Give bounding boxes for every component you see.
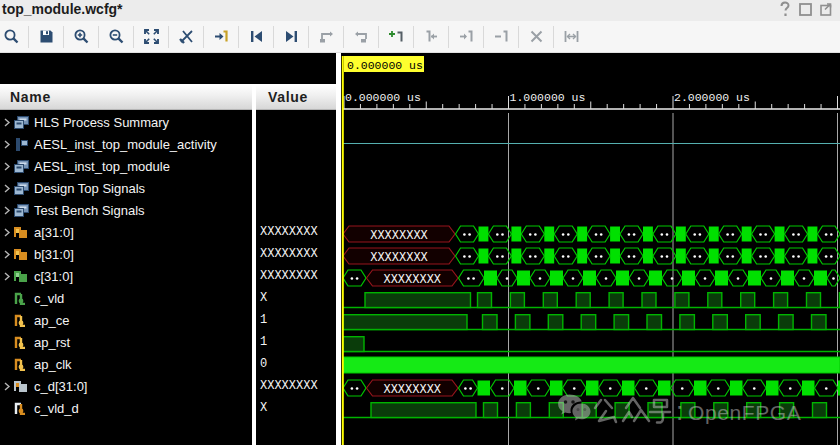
svg-text:XXXXXXXX: XXXXXXXX bbox=[383, 273, 441, 287]
svg-text:2.000000 us: 2.000000 us bbox=[674, 91, 750, 104]
svg-text:XXXXXXXX: XXXXXXXX bbox=[370, 229, 428, 243]
svg-text:XXXXXXXX: XXXXXXXX bbox=[370, 251, 428, 265]
svg-text::: : bbox=[676, 396, 683, 426]
svg-text:0.000000 us: 0.000000 us bbox=[347, 59, 423, 72]
svg-text:XXXXXXXX: XXXXXXXX bbox=[383, 383, 441, 397]
svg-text:0.000000 us: 0.000000 us bbox=[345, 91, 421, 104]
svg-text:1.000000 us: 1.000000 us bbox=[510, 91, 586, 104]
svg-text:OpenFPGA: OpenFPGA bbox=[688, 401, 801, 424]
